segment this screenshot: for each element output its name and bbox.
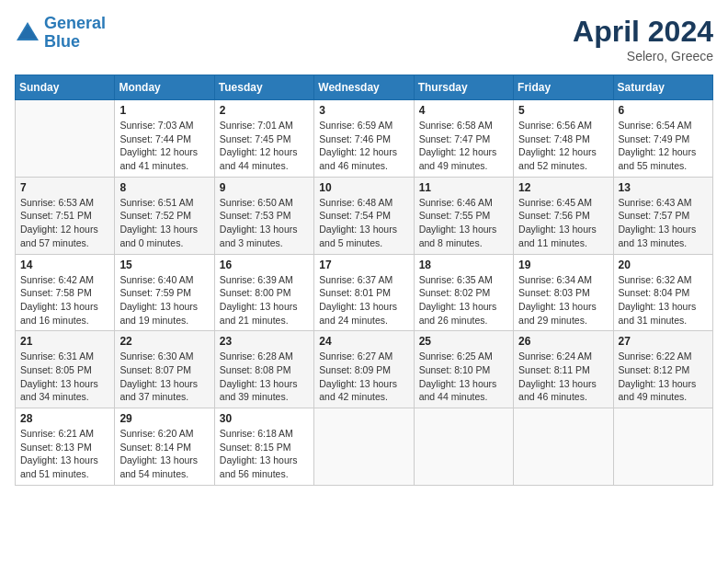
day-info: Sunrise: 6:46 AM Sunset: 7:55 PM Dayligh… xyxy=(419,196,508,250)
day-number: 30 xyxy=(220,412,309,425)
calendar-day-cell: 25Sunrise: 6:25 AM Sunset: 8:10 PM Dayli… xyxy=(414,331,513,408)
calendar-day-cell xyxy=(613,408,712,486)
calendar-day-cell: 5Sunrise: 6:56 AM Sunset: 7:48 PM Daylig… xyxy=(514,100,613,178)
day-number: 16 xyxy=(220,259,309,271)
calendar-day-cell: 9Sunrise: 6:50 AM Sunset: 7:53 PM Daylig… xyxy=(214,177,313,254)
svg-marker-1 xyxy=(18,26,37,39)
day-info: Sunrise: 7:03 AM Sunset: 7:44 PM Dayligh… xyxy=(119,119,209,173)
day-number: 19 xyxy=(518,259,608,271)
weekday-header-cell: Monday xyxy=(115,75,214,100)
day-number: 23 xyxy=(220,335,309,348)
day-info: Sunrise: 6:28 AM Sunset: 8:08 PM Dayligh… xyxy=(220,350,309,404)
day-number: 4 xyxy=(419,104,508,117)
calendar-day-cell: 2Sunrise: 7:01 AM Sunset: 7:45 PM Daylig… xyxy=(214,100,313,178)
calendar-day-cell: 29Sunrise: 6:20 AM Sunset: 8:14 PM Dayli… xyxy=(115,408,214,486)
day-number: 28 xyxy=(20,412,109,425)
calendar-day-cell: 14Sunrise: 6:42 AM Sunset: 7:58 PM Dayli… xyxy=(16,254,115,331)
calendar-week-row: 1Sunrise: 7:03 AM Sunset: 7:44 PM Daylig… xyxy=(16,100,713,178)
weekday-header-cell: Thursday xyxy=(414,75,513,100)
day-info: Sunrise: 6:43 AM Sunset: 7:57 PM Dayligh… xyxy=(619,196,708,250)
day-info: Sunrise: 6:50 AM Sunset: 7:53 PM Dayligh… xyxy=(220,196,309,250)
day-number: 25 xyxy=(419,335,508,348)
calendar-day-cell: 27Sunrise: 6:22 AM Sunset: 8:12 PM Dayli… xyxy=(613,331,712,408)
calendar-day-cell: 10Sunrise: 6:48 AM Sunset: 7:54 PM Dayli… xyxy=(314,177,414,254)
day-info: Sunrise: 6:54 AM Sunset: 7:49 PM Dayligh… xyxy=(619,119,708,173)
calendar-day-cell: 12Sunrise: 6:45 AM Sunset: 7:56 PM Dayli… xyxy=(514,177,613,254)
calendar-day-cell: 17Sunrise: 6:37 AM Sunset: 8:01 PM Dayli… xyxy=(314,254,414,331)
day-number: 26 xyxy=(518,335,608,348)
day-info: Sunrise: 6:34 AM Sunset: 8:03 PM Dayligh… xyxy=(518,273,608,327)
calendar-day-cell xyxy=(514,408,613,486)
day-number: 3 xyxy=(319,104,408,117)
calendar-table: SundayMondayTuesdayWednesdayThursdayFrid… xyxy=(15,75,713,486)
weekday-header-cell: Friday xyxy=(514,75,613,100)
calendar-day-cell: 30Sunrise: 6:18 AM Sunset: 8:15 PM Dayli… xyxy=(214,408,313,486)
day-number: 5 xyxy=(518,104,608,117)
calendar-day-cell: 4Sunrise: 6:58 AM Sunset: 7:47 PM Daylig… xyxy=(414,100,513,178)
calendar-day-cell: 28Sunrise: 6:21 AM Sunset: 8:13 PM Dayli… xyxy=(16,408,115,486)
weekday-header-row: SundayMondayTuesdayWednesdayThursdayFrid… xyxy=(16,75,713,100)
day-number: 1 xyxy=(119,104,209,117)
day-info: Sunrise: 6:37 AM Sunset: 8:01 PM Dayligh… xyxy=(319,273,408,327)
day-info: Sunrise: 6:27 AM Sunset: 8:09 PM Dayligh… xyxy=(319,350,408,404)
calendar-week-row: 7Sunrise: 6:53 AM Sunset: 7:51 PM Daylig… xyxy=(16,177,713,254)
calendar-day-cell: 15Sunrise: 6:40 AM Sunset: 7:59 PM Dayli… xyxy=(115,254,214,331)
weekday-header-cell: Sunday xyxy=(16,75,115,100)
day-info: Sunrise: 6:21 AM Sunset: 8:13 PM Dayligh… xyxy=(20,427,109,481)
day-info: Sunrise: 6:59 AM Sunset: 7:46 PM Dayligh… xyxy=(319,119,408,173)
day-number: 9 xyxy=(220,181,309,194)
page-header: General Blue April 2024 Selero, Greece xyxy=(15,15,713,63)
calendar-day-cell xyxy=(314,408,414,486)
day-number: 7 xyxy=(20,181,109,194)
calendar-day-cell: 3Sunrise: 6:59 AM Sunset: 7:46 PM Daylig… xyxy=(314,100,414,178)
day-number: 12 xyxy=(518,181,608,194)
day-number: 24 xyxy=(319,335,408,348)
day-info: Sunrise: 6:32 AM Sunset: 8:04 PM Dayligh… xyxy=(619,273,708,327)
logo-icon xyxy=(15,20,40,46)
calendar-day-cell xyxy=(16,100,115,178)
day-info: Sunrise: 6:24 AM Sunset: 8:11 PM Dayligh… xyxy=(518,350,608,404)
calendar-day-cell: 20Sunrise: 6:32 AM Sunset: 8:04 PM Dayli… xyxy=(613,254,712,331)
calendar-day-cell: 1Sunrise: 7:03 AM Sunset: 7:44 PM Daylig… xyxy=(115,100,214,178)
weekday-header-cell: Tuesday xyxy=(214,75,313,100)
calendar-day-cell: 11Sunrise: 6:46 AM Sunset: 7:55 PM Dayli… xyxy=(414,177,513,254)
day-info: Sunrise: 6:42 AM Sunset: 7:58 PM Dayligh… xyxy=(20,273,109,327)
day-number: 2 xyxy=(220,104,309,117)
day-info: Sunrise: 6:20 AM Sunset: 8:14 PM Dayligh… xyxy=(119,427,209,481)
day-number: 17 xyxy=(319,259,408,271)
day-info: Sunrise: 6:39 AM Sunset: 8:00 PM Dayligh… xyxy=(220,273,309,327)
calendar-body: 1Sunrise: 7:03 AM Sunset: 7:44 PM Daylig… xyxy=(16,100,713,486)
day-info: Sunrise: 6:35 AM Sunset: 8:02 PM Dayligh… xyxy=(419,273,508,327)
day-number: 8 xyxy=(119,181,209,194)
calendar-day-cell: 24Sunrise: 6:27 AM Sunset: 8:09 PM Dayli… xyxy=(314,331,414,408)
calendar-day-cell xyxy=(414,408,513,486)
day-info: Sunrise: 6:58 AM Sunset: 7:47 PM Dayligh… xyxy=(419,119,508,173)
calendar-day-cell: 16Sunrise: 6:39 AM Sunset: 8:00 PM Dayli… xyxy=(214,254,313,331)
logo-text: General Blue xyxy=(44,15,106,52)
day-number: 18 xyxy=(419,259,508,271)
calendar-day-cell: 7Sunrise: 6:53 AM Sunset: 7:51 PM Daylig… xyxy=(16,177,115,254)
weekday-header-cell: Saturday xyxy=(613,75,712,100)
day-info: Sunrise: 6:40 AM Sunset: 7:59 PM Dayligh… xyxy=(119,273,209,327)
day-number: 27 xyxy=(619,335,708,348)
location-subtitle: Selero, Greece xyxy=(573,49,713,63)
day-info: Sunrise: 6:25 AM Sunset: 8:10 PM Dayligh… xyxy=(419,350,508,404)
day-info: Sunrise: 7:01 AM Sunset: 7:45 PM Dayligh… xyxy=(220,119,309,173)
calendar-week-row: 28Sunrise: 6:21 AM Sunset: 8:13 PM Dayli… xyxy=(16,408,713,486)
day-number: 14 xyxy=(20,259,109,271)
day-number: 13 xyxy=(619,181,708,194)
day-number: 6 xyxy=(619,104,708,117)
day-info: Sunrise: 6:18 AM Sunset: 8:15 PM Dayligh… xyxy=(220,427,309,481)
day-info: Sunrise: 6:31 AM Sunset: 8:05 PM Dayligh… xyxy=(20,350,109,404)
day-info: Sunrise: 6:45 AM Sunset: 7:56 PM Dayligh… xyxy=(518,196,608,250)
calendar-week-row: 21Sunrise: 6:31 AM Sunset: 8:05 PM Dayli… xyxy=(16,331,713,408)
calendar-day-cell: 22Sunrise: 6:30 AM Sunset: 8:07 PM Dayli… xyxy=(115,331,214,408)
day-info: Sunrise: 6:56 AM Sunset: 7:48 PM Dayligh… xyxy=(518,119,608,173)
day-number: 15 xyxy=(119,259,209,271)
day-info: Sunrise: 6:30 AM Sunset: 8:07 PM Dayligh… xyxy=(119,350,209,404)
title-block: April 2024 Selero, Greece xyxy=(573,15,713,63)
day-number: 10 xyxy=(319,181,408,194)
logo-line2: Blue xyxy=(44,32,80,51)
day-number: 22 xyxy=(119,335,209,348)
calendar-day-cell: 13Sunrise: 6:43 AM Sunset: 7:57 PM Dayli… xyxy=(613,177,712,254)
